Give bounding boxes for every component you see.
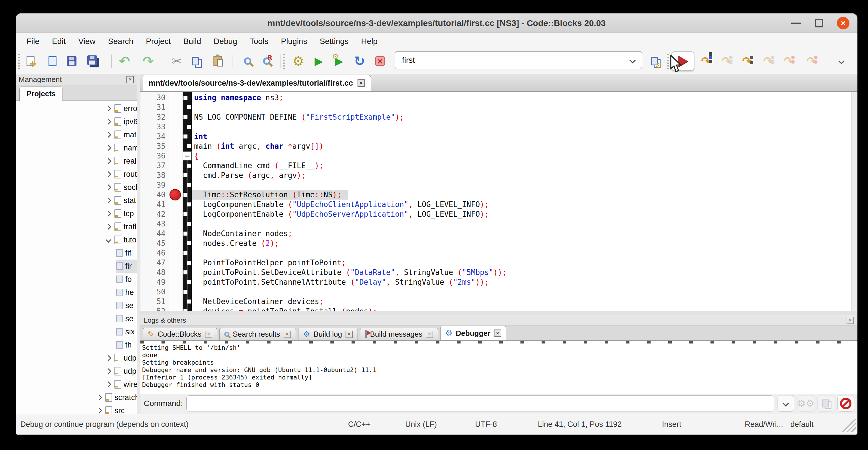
build-target-combo[interactable]: first	[395, 51, 642, 69]
redo-button[interactable]: ↷	[140, 52, 156, 70]
logs-close-icon[interactable]: ×	[846, 317, 854, 324]
tree-item-wire[interactable]: wire	[16, 378, 137, 391]
save-file-button[interactable]	[64, 52, 80, 70]
command-input[interactable]	[186, 395, 774, 412]
new-file-button[interactable]: +	[23, 52, 38, 70]
menu-help[interactable]: Help	[355, 37, 384, 46]
tree-item-fo[interactable]: fo	[16, 273, 137, 286]
tree-item-he[interactable]: he	[16, 286, 137, 299]
fold-collapse-icon[interactable]	[183, 151, 192, 160]
find-button[interactable]	[240, 52, 256, 70]
logs-tab-debugger[interactable]: ⚙Debugger×	[440, 326, 506, 340]
undo-button[interactable]: ↶	[116, 52, 132, 70]
copy-log-button[interactable]	[817, 395, 834, 412]
menu-tools[interactable]: Tools	[243, 37, 275, 46]
project-tree[interactable]: erroipv6matnamreallroutsockstattcptraflt…	[16, 101, 137, 414]
breakpoint-icon[interactable]	[169, 189, 181, 201]
chevron-right-icon[interactable]	[105, 158, 111, 164]
tree-item-rout[interactable]: rout	[16, 168, 137, 181]
tree-item-erro[interactable]: erro	[16, 102, 137, 115]
stop-debugger-button[interactable]	[837, 395, 854, 412]
run-button[interactable]: ▶	[311, 52, 327, 70]
next-instruction-button[interactable]: ↷	[780, 52, 796, 70]
logs-tab-build-log[interactable]: ⚙Build log×	[298, 328, 358, 340]
chevron-right-icon[interactable]	[105, 106, 111, 111]
abort-build-button[interactable]: ×	[372, 52, 388, 70]
toolbar-grip[interactable]	[667, 54, 669, 69]
tab-projects[interactable]: Projects	[20, 86, 63, 101]
management-close-icon[interactable]: ×	[126, 76, 134, 83]
editor-vertical-scrollbar[interactable]	[851, 92, 858, 311]
menu-view[interactable]: View	[72, 37, 101, 46]
maximize-button[interactable]	[815, 19, 823, 27]
chevron-right-icon[interactable]	[105, 198, 111, 203]
tree-item-udp[interactable]: udp	[16, 352, 137, 365]
tab-close-icon[interactable]: ×	[494, 330, 501, 337]
chevron-right-icon[interactable]	[105, 368, 111, 374]
editor-tab-first-cc[interactable]: mnt/dev/tools/source/ns-3-dev/examples/t…	[143, 75, 371, 91]
debug-toolbar-overflow[interactable]	[834, 52, 849, 70]
tree-item-nam[interactable]: nam	[16, 141, 137, 154]
step-into-instruction-button[interactable]: ↷	[803, 52, 819, 70]
tree-item-scratch[interactable]: scratch	[16, 391, 137, 404]
copy-button[interactable]	[188, 52, 204, 70]
chevron-right-icon[interactable]	[105, 382, 111, 387]
toolbar-grip[interactable]	[283, 54, 285, 69]
chevron-right-icon[interactable]	[105, 211, 111, 216]
code-editor[interactable]: 30using namespace ns3;3132NS_LOG_COMPONE…	[141, 92, 858, 311]
tree-item-se[interactable]: se	[16, 312, 137, 325]
build-and-run-button[interactable]: ▶⚙	[331, 52, 347, 70]
tree-item-trafl[interactable]: trafl	[16, 220, 137, 233]
chevron-right-icon[interactable]	[105, 355, 111, 361]
menu-project[interactable]: Project	[140, 37, 177, 46]
logs-tab-code-blocks[interactable]: ✎Code::Blocks×	[143, 328, 217, 340]
build-button[interactable]: ⚙	[290, 52, 306, 70]
next-line-button[interactable]: ↷	[718, 52, 734, 70]
replace-button[interactable]: R	[259, 52, 275, 70]
horizontal-splitter[interactable]	[141, 311, 858, 315]
tree-item-fif[interactable]: fif	[16, 246, 137, 260]
chevron-right-icon[interactable]	[105, 184, 111, 190]
debug-settings-button[interactable]: ⚙⚙	[798, 395, 814, 412]
chevron-right-icon[interactable]	[105, 171, 111, 177]
tree-item-tuto[interactable]: tuto	[16, 233, 137, 246]
chevron-right-icon[interactable]	[105, 119, 111, 124]
menu-edit[interactable]: Edit	[45, 37, 72, 46]
chevron-right-icon[interactable]	[96, 408, 102, 414]
save-all-button[interactable]	[85, 52, 101, 70]
menu-file[interactable]: File	[20, 37, 45, 46]
chevron-right-icon[interactable]	[105, 145, 111, 151]
tree-item-mat[interactable]: mat	[16, 128, 137, 141]
menu-debug[interactable]: Debug	[208, 37, 244, 46]
open-file-button[interactable]	[44, 52, 61, 70]
tab-close-icon[interactable]: ×	[205, 331, 212, 338]
menu-search[interactable]: Search	[102, 37, 140, 46]
command-history-dropdown[interactable]	[778, 395, 794, 412]
paste-button[interactable]	[210, 52, 226, 70]
tree-item-udp-[interactable]: udp-	[16, 365, 137, 378]
menu-plugins[interactable]: Plugins	[275, 37, 314, 46]
tree-item-se[interactable]: se	[16, 299, 137, 312]
logs-tab-search-results[interactable]: Search results×	[219, 328, 296, 340]
tree-item-th[interactable]: th	[16, 338, 137, 352]
tree-item-ipv6[interactable]: ipv6	[16, 115, 137, 128]
vertical-splitter[interactable]	[137, 74, 141, 414]
cut-button[interactable]: ✂	[168, 52, 185, 70]
tree-item-reall[interactable]: reall	[16, 154, 137, 168]
toolbar-grip[interactable]	[18, 54, 20, 69]
chevron-right-icon[interactable]	[96, 395, 102, 400]
tab-close-icon[interactable]: ×	[345, 331, 353, 338]
tree-item-sock[interactable]: sock	[16, 181, 137, 194]
menu-settings[interactable]: Settings	[313, 37, 355, 46]
tab-close-icon[interactable]: ×	[284, 331, 291, 338]
tree-item-fir[interactable]: fir	[16, 260, 137, 273]
step-into-button[interactable]: ↷	[739, 52, 755, 70]
tree-item-tcp[interactable]: tcp	[16, 207, 137, 220]
tree-item-stat[interactable]: stat	[16, 194, 137, 207]
rebuild-button[interactable]: ↻	[351, 52, 368, 70]
tab-close-icon[interactable]: ×	[426, 331, 433, 338]
step-out-button[interactable]: ↷	[760, 52, 776, 70]
editor-tab-close-icon[interactable]: ×	[358, 79, 365, 87]
chevron-right-icon[interactable]	[105, 132, 111, 138]
close-button[interactable]: ×	[837, 17, 849, 29]
